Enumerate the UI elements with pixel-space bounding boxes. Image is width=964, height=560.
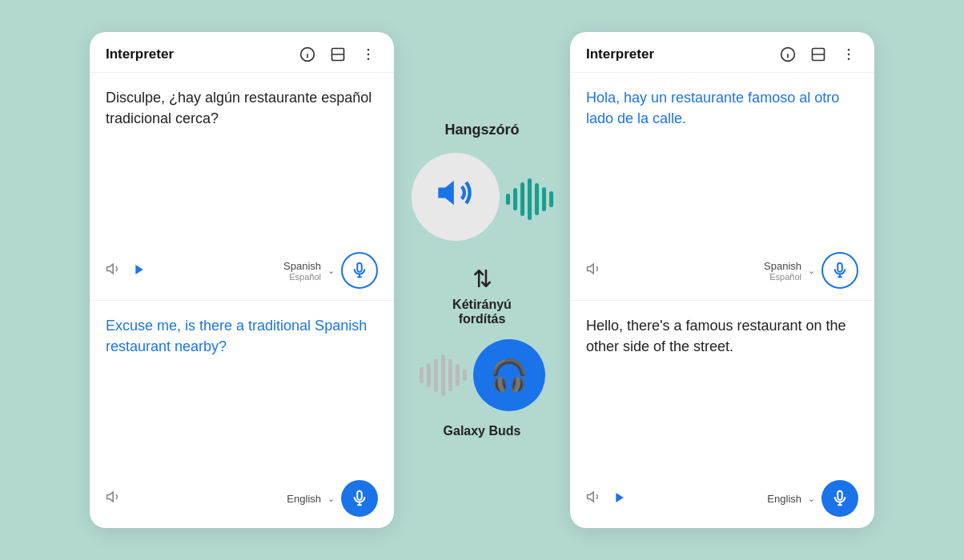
right-card-header: Interpreter [570,32,874,73]
left-panel-1-controls: Spanish Español ⌄ [106,252,378,289]
svg-point-7 [368,58,370,61]
left-panel-2-mic-button[interactable] [341,480,378,517]
left-info-button[interactable] [298,45,317,64]
left-panel-1-controls-left [106,261,146,281]
left-layout-button[interactable] [328,45,347,64]
svg-rect-10 [357,263,362,272]
left-panel-2-text: Excuse me, is there a traditional Spanis… [106,315,378,357]
left-panel-2-controls-left [106,489,122,509]
left-card-header: Interpreter [90,32,394,73]
svg-rect-14 [357,491,362,500]
right-panel-2-play-icon[interactable] [613,491,626,506]
right-panel-2-controls: English ⌄ [586,480,858,517]
right-panel-1-volume-icon [586,261,602,281]
svg-marker-26 [588,264,594,274]
left-panel-2-lang-select[interactable]: English [287,493,321,505]
svg-marker-17 [438,181,454,205]
svg-rect-27 [837,263,842,272]
sound-waves-right [506,178,553,220]
left-panel-1-mic-button[interactable] [341,252,378,289]
speaker-circle [412,153,500,241]
svg-point-23 [848,49,850,51]
left-panel-1-lang-chevron: ⌄ [327,266,335,276]
svg-marker-13 [107,492,114,502]
svg-rect-32 [837,491,842,500]
center-section: Hangszóró [394,122,570,438]
left-panel-1-volume-icon [106,261,122,281]
left-more-button[interactable] [359,45,378,64]
svg-point-6 [368,54,370,56]
left-card-title: Interpreter [106,46,174,62]
left-panel-2: Excuse me, is there a traditional Spanis… [90,301,394,528]
right-info-button[interactable] [778,45,797,64]
right-card-title: Interpreter [586,46,654,62]
speaker-icon [435,172,476,222]
left-panel-1: Disculpe, ¿hay algún restaurante español… [90,73,394,301]
left-panel-2-volume-icon [106,489,122,509]
right-panel-1-lang-select[interactable]: Spanish Español [764,260,801,282]
sound-waves-left-gray [420,354,467,396]
left-panel-2-controls: English ⌄ [106,480,378,517]
svg-marker-31 [616,493,623,502]
page-container: Interpreter [0,0,964,560]
svg-point-25 [848,58,850,61]
left-card-header-icons [298,45,378,64]
left-panel-1-play-icon[interactable] [133,263,146,278]
speaker-waves-container [402,153,562,246]
right-panel-1-controls: Spanish Español ⌄ [586,252,858,289]
buds-waves-container: 🎧 [420,339,545,411]
left-card: Interpreter [90,32,394,528]
right-panel-2-text: Hello, there's a famous restaurant on th… [586,315,858,357]
right-panel-2-mic-button[interactable] [821,480,858,517]
svg-point-24 [848,54,850,56]
right-panel-2-lang-select[interactable]: English [767,493,801,505]
right-panel-2-controls-left [586,489,626,509]
svg-marker-8 [107,264,114,274]
left-panel-2-lang-chevron: ⌄ [327,494,335,504]
right-card: Interpreter [570,32,874,528]
right-panel-1-text: Hola, hay un restaurante famoso al otro … [586,87,858,129]
right-panel-1-lang-chevron: ⌄ [808,266,815,276]
left-panel-1-text: Disculpe, ¿hay algún restaurante español… [106,87,378,129]
right-card-header-icons [778,45,858,64]
galaxy-buds-icon: 🎧 [490,358,528,393]
galaxy-buds-circle: 🎧 [473,339,545,411]
svg-marker-30 [588,492,594,502]
svg-point-5 [368,49,370,51]
right-layout-button[interactable] [809,45,828,64]
galaxy-buds-label: Galaxy Buds [444,424,521,438]
right-panel-2-volume-icon [586,489,602,509]
right-panel-1: Hola, hay un restaurante famoso al otro … [570,73,874,301]
speaker-label: Hangszóró [444,122,519,138]
svg-marker-9 [135,265,143,274]
bidirectional-label: Kétirányú fordítás [452,298,512,326]
left-panel-1-lang-select[interactable]: Spanish Español [283,260,321,282]
right-panel-2: Hello, there's a famous restaurant on th… [570,301,874,528]
right-panel-2-lang-chevron: ⌄ [808,494,815,504]
right-panel-1-mic-button[interactable] [821,252,858,289]
right-panel-1-controls-left [586,261,602,281]
right-more-button[interactable] [839,45,858,64]
translate-arrows-icon: ⇅ [472,265,492,293]
